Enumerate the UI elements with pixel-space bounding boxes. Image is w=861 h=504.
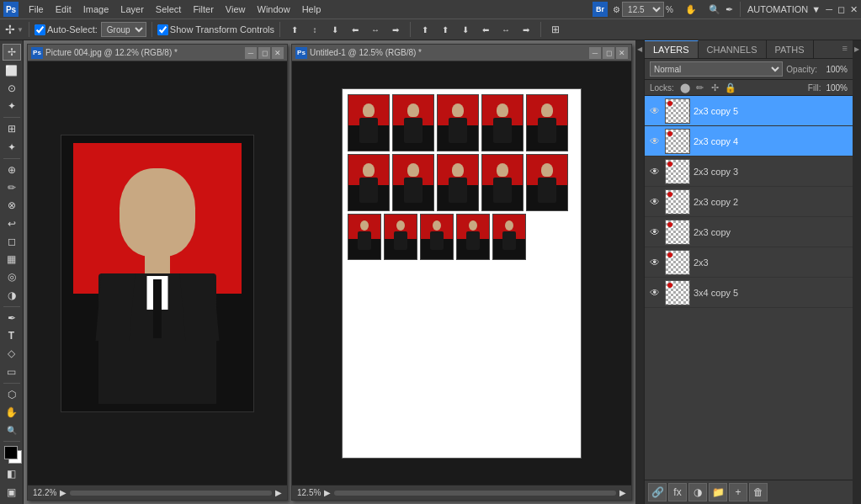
dist-hcenter-btn[interactable]: ↔ bbox=[497, 20, 515, 39]
layer-item-4[interactable]: 👁 2x3 copy bbox=[645, 217, 853, 247]
align-right-btn[interactable]: ➡ bbox=[386, 20, 405, 39]
gradient-tool-btn[interactable]: ▦ bbox=[3, 251, 21, 268]
stamp-tool-btn[interactable]: ⊗ bbox=[3, 197, 21, 214]
auto-select-type[interactable]: Group bbox=[101, 22, 146, 37]
menu-window[interactable]: Window bbox=[252, 3, 295, 16]
photo-status-arrow[interactable]: ▶ bbox=[60, 488, 66, 497]
dist-top-btn[interactable]: ⬆ bbox=[416, 20, 434, 39]
layer-5-visibility[interactable]: 👁 bbox=[648, 256, 662, 269]
align-left-btn[interactable]: ⬅ bbox=[346, 20, 364, 39]
layer-6-visibility[interactable]: 👁 bbox=[648, 286, 662, 300]
photo-close-btn[interactable]: ✕ bbox=[272, 47, 284, 59]
menu-file[interactable]: File bbox=[24, 3, 49, 16]
collapse-strip-right[interactable]: ▶ bbox=[853, 40, 861, 504]
foreground-color-box[interactable] bbox=[4, 446, 18, 459]
eyedrop-tool-btn[interactable]: ✦ bbox=[3, 138, 21, 155]
zoom-tool-btn[interactable]: 🔍 bbox=[3, 422, 21, 438]
minimize-btn[interactable]: ─ bbox=[826, 4, 832, 14]
align-vcenter-btn[interactable]: ↕ bbox=[306, 20, 324, 39]
align-bottom-btn[interactable]: ⬇ bbox=[326, 20, 344, 39]
zoom-select[interactable]: 12.5 bbox=[622, 2, 664, 17]
group-btn[interactable]: 📁 bbox=[709, 483, 727, 501]
tab-layers[interactable]: LAYERS bbox=[645, 40, 699, 58]
panel-menu-btn[interactable]: ≡ bbox=[837, 40, 853, 58]
auto-select-checkbox[interactable] bbox=[35, 24, 45, 35]
automation-dropdown-icon[interactable]: ▼ bbox=[811, 4, 821, 14]
align-top-btn[interactable]: ⬆ bbox=[285, 20, 304, 39]
composite-status-arrow[interactable]: ▶ bbox=[324, 488, 331, 497]
composite-minimize-btn[interactable]: ─ bbox=[589, 47, 601, 59]
lasso-tool-btn[interactable]: ⊙ bbox=[3, 80, 21, 97]
extra-btn[interactable]: ⊞ bbox=[546, 20, 565, 39]
menu-help[interactable]: Help bbox=[297, 3, 327, 16]
align-hcenter-btn[interactable]: ↔ bbox=[366, 20, 385, 39]
delete-layer-btn[interactable]: 🗑 bbox=[749, 483, 768, 501]
quick-mask-btn[interactable]: ◧ bbox=[3, 465, 21, 482]
pen-tool-btn[interactable]: ✒ bbox=[3, 310, 21, 326]
menu-select[interactable]: Select bbox=[151, 3, 187, 16]
menu-image[interactable]: Image bbox=[78, 3, 114, 16]
dist-vcenter-btn[interactable]: ⬆ bbox=[436, 20, 454, 39]
layer-item-2[interactable]: 👁 2x3 copy 3 bbox=[645, 157, 853, 187]
lock-transparent-icon[interactable]: ⬤ bbox=[679, 82, 691, 93]
dist-left-btn[interactable]: ⬅ bbox=[476, 20, 495, 39]
photo-minimize-btn[interactable]: ─ bbox=[245, 47, 257, 59]
eraser-tool-btn[interactable]: ◻ bbox=[3, 233, 21, 250]
select-tool-btn[interactable]: ⬜ bbox=[3, 61, 21, 78]
menu-edit[interactable]: Edit bbox=[50, 3, 77, 16]
dodge-tool-btn[interactable]: ◑ bbox=[3, 286, 21, 303]
lock-position-icon[interactable]: ✢ bbox=[710, 82, 721, 93]
close-btn[interactable]: ✕ bbox=[850, 4, 858, 15]
show-transform-label[interactable]: Show Transform Controls bbox=[157, 24, 274, 35]
layer-4-visibility[interactable]: 👁 bbox=[648, 225, 662, 239]
dist-right-btn[interactable]: ➡ bbox=[517, 20, 535, 39]
screen-mode-btn[interactable]: ▣ bbox=[3, 484, 21, 501]
layer-item-6[interactable]: 👁 3x4 copy 5 bbox=[645, 278, 853, 308]
auto-select-check-label[interactable]: Auto-Select: bbox=[35, 24, 98, 35]
layer-item-0[interactable]: 👁 2x3 copy 5 bbox=[645, 96, 853, 126]
tab-paths[interactable]: PATHS bbox=[767, 40, 814, 58]
photo-maximize-btn[interactable]: ◻ bbox=[258, 47, 270, 59]
bridge-icon[interactable]: Br bbox=[593, 2, 608, 17]
composite-maximize-btn[interactable]: ◻ bbox=[603, 47, 614, 59]
tab-channels[interactable]: CHANNELS bbox=[699, 40, 767, 58]
show-transform-checkbox[interactable] bbox=[157, 24, 168, 35]
heal-tool-btn[interactable]: ⊕ bbox=[3, 162, 21, 178]
shape-tool-btn[interactable]: ▭ bbox=[3, 363, 21, 379]
hand-tool-btn[interactable]: ✋ bbox=[3, 404, 21, 421]
text-tool-btn[interactable]: T bbox=[3, 327, 21, 344]
fx-btn[interactable]: fx bbox=[668, 483, 687, 501]
restore-btn[interactable]: ◻ bbox=[837, 4, 845, 15]
layer-item-3[interactable]: 👁 2x3 copy 2 bbox=[645, 187, 853, 217]
new-layer-btn[interactable]: + bbox=[729, 483, 747, 501]
brush-tool-btn[interactable]: ✏ bbox=[3, 179, 21, 196]
move-tool-btn[interactable] bbox=[3, 44, 21, 61]
layer-item-1[interactable]: 👁 2x3 copy 4 bbox=[645, 126, 853, 157]
3d-tool-btn[interactable]: ⬡ bbox=[3, 386, 21, 403]
photo-scroll-right[interactable]: ▶ bbox=[275, 488, 282, 497]
blend-mode-select[interactable]: Normal bbox=[650, 61, 783, 77]
adjustment-btn[interactable]: ◑ bbox=[688, 483, 707, 501]
composite-scrollbar[interactable] bbox=[334, 491, 616, 496]
photo-scrollbar[interactable] bbox=[70, 491, 272, 496]
menu-layer[interactable]: Layer bbox=[115, 3, 149, 16]
history-tool-btn[interactable]: ↩ bbox=[3, 215, 21, 231]
path-tool-btn[interactable]: ◇ bbox=[3, 345, 21, 362]
layer-item-5[interactable]: 👁 2x3 bbox=[645, 247, 853, 278]
composite-close-btn[interactable]: ✕ bbox=[616, 47, 628, 59]
layer-2-visibility[interactable]: 👁 bbox=[648, 165, 662, 178]
layer-3-visibility[interactable]: 👁 bbox=[648, 195, 662, 209]
collapse-strip-left[interactable]: ◀ bbox=[635, 40, 644, 504]
composite-scroll-right[interactable]: ▶ bbox=[619, 488, 626, 497]
layer-1-visibility[interactable]: 👁 bbox=[648, 135, 662, 148]
dist-bottom-btn[interactable]: ⬇ bbox=[456, 20, 475, 39]
blur-tool-btn[interactable]: ◎ bbox=[3, 268, 21, 285]
wand-tool-btn[interactable]: ✦ bbox=[3, 98, 21, 114]
link-layers-btn[interactable]: 🔗 bbox=[648, 483, 667, 501]
layer-0-visibility[interactable]: 👁 bbox=[648, 104, 662, 118]
lock-pixels-icon[interactable]: ✏ bbox=[694, 82, 706, 93]
crop-tool-btn[interactable]: ⊞ bbox=[3, 120, 21, 137]
menu-view[interactable]: View bbox=[221, 3, 251, 16]
menu-filter[interactable]: Filter bbox=[188, 3, 218, 16]
lock-all-icon[interactable]: 🔒 bbox=[725, 82, 736, 93]
